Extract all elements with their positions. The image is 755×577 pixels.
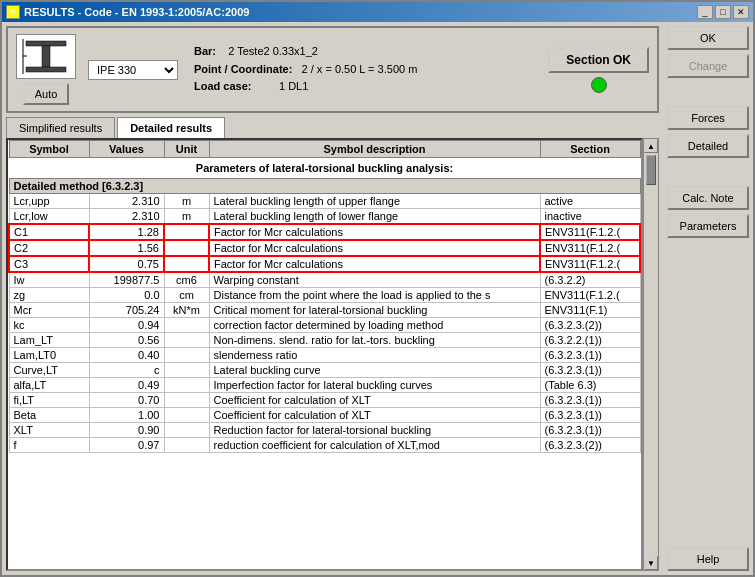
table-row: C11.28Factor for Mcr calculationsENV311(… [9,224,640,240]
tab-simplified[interactable]: Simplified results [6,117,115,138]
table-row: Curve,LTcLateral buckling curve(6.3.2.3.… [9,363,640,378]
point-value: 2 / x = 0.50 L = 3.500 m [302,63,418,75]
scroll-track[interactable] [644,153,658,556]
cell-description: Reduction factor for lateral-torsional b… [209,423,540,438]
cell-value: 2.310 [89,194,164,209]
parameters-button[interactable]: Parameters [667,214,749,238]
cell-unit: m [164,194,209,209]
cell-section: (Table 6.3) [540,378,640,393]
profile-dropdown[interactable]: IPE 330 [88,60,178,80]
right-panel: OK Change Forces Detailed Calc. Note Par… [663,22,753,575]
close-button[interactable]: ✕ [733,5,749,19]
tab-detailed[interactable]: Detailed results [117,117,225,138]
col-description: Symbol description [209,141,540,158]
table-title: Parameters of lateral-torsional buckling… [9,158,640,179]
cell-description: Critical moment for lateral-torsional bu… [209,303,540,318]
cell-symbol: XLT [9,423,89,438]
minimize-button[interactable]: _ [697,5,713,19]
cell-unit: cm6 [164,272,209,288]
cell-description: Coefficient for calculation of XLT [209,393,540,408]
cell-section: (6.3.2.3.(2)) [540,318,640,333]
table-row: XLT0.90Reduction factor for lateral-tors… [9,423,640,438]
auto-button[interactable]: Auto [23,83,70,105]
cell-description: Lateral buckling length of lower flange [209,209,540,225]
change-button[interactable]: Change [667,54,749,78]
cell-symbol: C3 [9,256,89,272]
window-title: RESULTS - Code - EN 1993-1:2005/AC:2009 [24,6,249,18]
cell-value: 0.70 [89,393,164,408]
cell-unit [164,318,209,333]
col-symbol: Symbol [9,141,89,158]
table-row: f0.97reduction coefficient for calculati… [9,438,640,453]
cell-section: (6.3.2.2) [540,272,640,288]
cell-section: (6.3.2.3.(1)) [540,393,640,408]
scroll-down-button[interactable]: ▼ [644,556,658,570]
cell-symbol: zg [9,288,89,303]
cell-value: 0.0 [89,288,164,303]
title-bar: R RESULTS - Code - EN 1993-1:2005/AC:200… [2,2,753,22]
section-ok-button[interactable]: Section OK [548,47,649,73]
results-table-container: Symbol Values Unit Symbol description Se… [6,138,643,571]
table-row: fi,LT0.70Coefficient for calculation of … [9,393,640,408]
table-row: alfa,LT0.49Imperfection factor for later… [9,378,640,393]
cell-value: 0.94 [89,318,164,333]
cell-section: ENV311(F.1.2.( [540,240,640,256]
app-icon: R [6,5,20,19]
cell-unit [164,378,209,393]
calc-note-button[interactable]: Calc. Note [667,186,749,210]
cell-symbol: Lam,LT0 [9,348,89,363]
cell-unit: cm [164,288,209,303]
point-label: Point / Coordinate: [194,63,292,75]
scrollbar[interactable]: ▲ ▼ [643,138,659,571]
bar-label: Bar: [194,45,216,57]
cell-value: 0.75 [89,256,164,272]
cell-unit [164,224,209,240]
table-row: Lam_LT0.56Non-dimens. slend. ratio for l… [9,333,640,348]
main-window: R RESULTS - Code - EN 1993-1:2005/AC:200… [0,0,755,577]
detailed-button[interactable]: Detailed [667,134,749,158]
cell-section: (6.3.2.3.(1)) [540,348,640,363]
table-row: C21.56Factor for Mcr calculationsENV311(… [9,240,640,256]
cell-symbol: Lcr,upp [9,194,89,209]
table-row: Lam,LT00.40slenderness ratio(6.3.2.3.(1)… [9,348,640,363]
forces-button[interactable]: Forces [667,106,749,130]
bar-value: 2 Teste2 0.33x1_2 [228,45,318,57]
svg-rect-0 [26,41,66,46]
cell-unit: m [164,209,209,225]
table-row: Iw199877.5cm6Warping constant(6.3.2.2) [9,272,640,288]
top-panel: Auto IPE 330 Bar: 2 Teste2 0.33x1_2 Poin… [6,26,659,113]
cell-section: (6.3.2.3.(1)) [540,363,640,378]
svg-rect-2 [26,67,66,72]
table-row: kc0.94correction factor determined by lo… [9,318,640,333]
maximize-button[interactable]: □ [715,5,731,19]
cell-symbol: Mcr [9,303,89,318]
cell-unit: kN*m [164,303,209,318]
help-button[interactable]: Help [667,547,749,571]
cell-unit [164,348,209,363]
cell-description: Non-dimens. slend. ratio for lat.-tors. … [209,333,540,348]
table-row: Beta1.00Coefficient for calculation of X… [9,408,640,423]
cell-symbol: Iw [9,272,89,288]
cell-value: 0.49 [89,378,164,393]
col-section: Section [540,141,640,158]
col-unit: Unit [164,141,209,158]
cell-unit [164,423,209,438]
load-value: 1 DL1 [279,80,308,92]
cell-value: 1.56 [89,240,164,256]
cell-description: Factor for Mcr calculations [209,224,540,240]
scroll-thumb[interactable] [646,155,656,185]
ok-button[interactable]: OK [667,26,749,50]
cell-symbol: Lcr,low [9,209,89,225]
cell-symbol: alfa,LT [9,378,89,393]
cell-value: 199877.5 [89,272,164,288]
cell-symbol: f [9,438,89,453]
main-area: Auto IPE 330 Bar: 2 Teste2 0.33x1_2 Poin… [2,22,663,575]
results-table: Symbol Values Unit Symbol description Se… [8,140,641,453]
table-title-row: Parameters of lateral-torsional buckling… [9,158,640,179]
table-row: Lcr,low2.310mLateral buckling length of … [9,209,640,225]
cell-section: ENV311(F.1.2.( [540,224,640,240]
svg-rect-1 [42,46,50,67]
scroll-up-button[interactable]: ▲ [644,139,658,153]
status-light [591,77,607,93]
cell-unit [164,438,209,453]
